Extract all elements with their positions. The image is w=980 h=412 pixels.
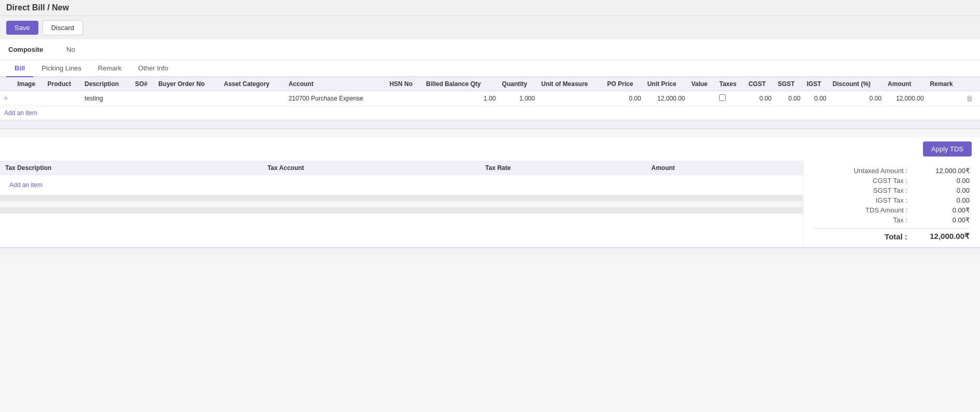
tab-other-info[interactable]: Other Info	[130, 60, 176, 77]
tds-amount-value: 0.00₹	[918, 206, 970, 214]
spacer-section	[0, 120, 980, 129]
col-image: Image	[14, 77, 44, 91]
breadcrumb-child: New	[52, 3, 69, 12]
form-section: Composite No	[0, 39, 980, 60]
tax-add-row: Add an item	[0, 175, 803, 195]
total-row: Total : 12,000.00₹	[814, 228, 970, 241]
delete-row-button[interactable]: 🗑	[966, 94, 973, 103]
tax-value: 0.00₹	[918, 216, 970, 224]
totals-panel: Untaxed Amount : 12,000.00₹ CGST Tax : 0…	[804, 161, 980, 247]
cell-delete[interactable]: 🗑	[963, 91, 980, 106]
cell-discount[interactable]: 0.00	[830, 91, 885, 106]
save-button[interactable]: Save	[6, 21, 38, 35]
apply-tds-row: Apply TDS	[0, 137, 980, 161]
cell-image	[14, 91, 44, 106]
igst-tax-label: IGST Tax :	[835, 196, 907, 204]
col-drag	[0, 77, 14, 91]
col-so-no: SO#	[132, 77, 155, 91]
total-label: Total :	[835, 232, 907, 241]
col-quantity: Quantity	[499, 77, 539, 91]
cell-amount[interactable]: 12,000.00	[885, 91, 927, 106]
breadcrumb-separator: /	[47, 3, 52, 12]
tax-col-description: Tax Description	[0, 161, 262, 175]
cell-value[interactable]	[688, 91, 716, 106]
cell-product[interactable]	[45, 91, 81, 106]
cgst-tax-label: CGST Tax :	[835, 177, 907, 184]
cell-description[interactable]: testing	[81, 91, 132, 106]
col-account: Account	[285, 77, 387, 91]
bottom-spacer	[0, 247, 980, 254]
tax-label: Tax :	[835, 216, 907, 224]
apply-tds-button[interactable]: Apply TDS	[923, 141, 972, 157]
toolbar: Save Discard	[0, 16, 980, 39]
cgst-tax-value: 0.00	[918, 177, 970, 184]
composite-field: Composite No	[8, 44, 972, 55]
cell-igst[interactable]: 0.00	[804, 91, 830, 106]
tab-picking-lines[interactable]: Picking Lines	[33, 60, 90, 77]
col-buyer-order-no: Buyer Order No	[155, 77, 220, 91]
cell-unit-of-measure[interactable]	[538, 91, 604, 106]
tax-table-wrapper: Tax Description Tax Account Tax Rate Amo…	[0, 161, 804, 247]
col-unit-price: Unit Price	[644, 77, 688, 91]
col-amount: Amount	[885, 77, 927, 91]
tds-amount-row: TDS Amount : 0.00₹	[814, 206, 970, 214]
col-unit-of-measure: Unit of Measure	[538, 77, 604, 91]
tax-col-amount: Amount	[646, 161, 803, 175]
col-cgst: CGST	[746, 77, 775, 91]
tabs-bar: Bill Picking Lines Remark Other Info	[0, 60, 980, 77]
cell-account[interactable]: 210700 Purchase Expense	[285, 91, 387, 106]
tab-bill[interactable]: Bill	[6, 60, 33, 77]
sgst-tax-value: 0.00	[918, 187, 970, 194]
bottom-section: Tax Description Tax Account Tax Rate Amo…	[0, 161, 980, 247]
cell-unit-price[interactable]: 12,000.00	[644, 91, 688, 106]
cell-so-no[interactable]	[132, 91, 155, 106]
cell-taxes[interactable]	[716, 91, 745, 106]
cell-remark[interactable]	[927, 91, 963, 106]
header-bar: Direct Bill / New	[0, 0, 980, 16]
untaxed-amount-row: Untaxed Amount : 12,000.00₹	[814, 167, 970, 175]
col-sgst: SGST	[775, 77, 804, 91]
composite-value: No	[66, 46, 75, 53]
cell-buyer-order-no[interactable]	[155, 91, 220, 106]
add-item-tax[interactable]: Add an item	[0, 175, 803, 195]
total-value: 12,000.00₹	[918, 232, 970, 241]
col-igst: IGST	[804, 77, 830, 91]
table-row: ✛ testing 210700 Purchase Expense 1.00 1…	[0, 91, 980, 106]
cgst-tax-row: CGST Tax : 0.00	[814, 177, 970, 184]
bill-table-wrapper: Image Product Description SO# Buyer Orde…	[0, 77, 980, 120]
col-po-price: PO Price	[604, 77, 644, 91]
breadcrumb: Direct Bill / New	[6, 3, 69, 12]
tax-table: Tax Description Tax Account Tax Rate Amo…	[0, 161, 803, 195]
untaxed-amount-label: Untaxed Amount :	[835, 167, 907, 175]
tax-col-rate: Tax Rate	[480, 161, 646, 175]
untaxed-amount-value: 12,000.00₹	[918, 167, 970, 175]
tab-remark[interactable]: Remark	[90, 60, 130, 77]
bill-table: Image Product Description SO# Buyer Orde…	[0, 77, 980, 106]
cell-sgst[interactable]: 0.00	[775, 91, 804, 106]
gray-bar-tax-2	[0, 207, 803, 214]
col-remark: Remark	[927, 77, 963, 91]
composite-label: Composite	[8, 46, 60, 53]
cell-po-price[interactable]: 0.00	[604, 91, 644, 106]
col-hsn-no: HSN No	[387, 77, 423, 91]
light-bar-1	[0, 129, 980, 137]
taxes-checkbox[interactable]	[719, 94, 726, 101]
drag-handle[interactable]: ✛	[0, 91, 14, 106]
tax-row: Tax : 0.00₹	[814, 216, 970, 224]
col-product: Product	[45, 77, 81, 91]
cell-hsn-no[interactable]	[387, 91, 423, 106]
col-discount: Discount (%)	[830, 77, 885, 91]
igst-tax-value: 0.00	[918, 196, 970, 204]
col-delete	[963, 77, 980, 91]
cell-quantity[interactable]: 1.000	[499, 91, 539, 106]
col-description: Description	[81, 77, 132, 91]
cell-cgst[interactable]: 0.00	[746, 91, 775, 106]
tax-col-account: Tax Account	[262, 161, 480, 175]
discard-button[interactable]: Discard	[43, 20, 83, 35]
cell-asset-category[interactable]	[220, 91, 285, 106]
add-item-bill[interactable]: Add an item	[0, 106, 42, 120]
tds-amount-label: TDS Amount :	[835, 206, 907, 214]
col-billed-balance-qty: Billed Balance Qty	[423, 77, 499, 91]
cell-billed-balance-qty[interactable]: 1.00	[423, 91, 499, 106]
igst-tax-row: IGST Tax : 0.00	[814, 196, 970, 204]
